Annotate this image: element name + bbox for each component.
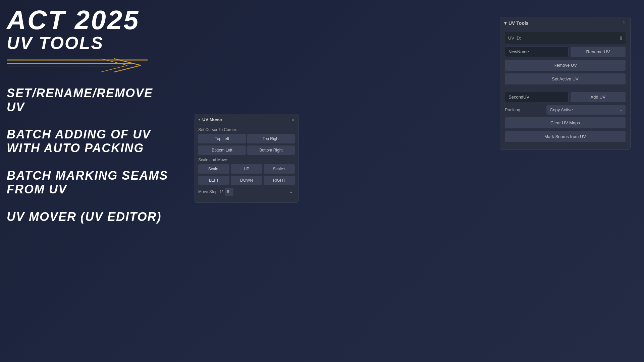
clear-uv-maps-button[interactable]: Clear UV Maps (505, 117, 626, 128)
feature-uv-mover: UV MOVER (UV EDITOR) (7, 210, 174, 224)
uv-tools-title: UV Tools (508, 20, 529, 26)
move-step-row: Move Step 1/ 2 4 8 16 32 64 (198, 188, 295, 196)
divider-1 (505, 87, 626, 89)
uv-mover-title: UV Mover (202, 117, 222, 122)
move-row: LEFT DOWN RIGHT (198, 176, 295, 185)
scale-minus-button[interactable]: Scale- (198, 164, 229, 174)
uv-mover-body: Set Cursor To Corner: Top Left Top Right… (195, 125, 298, 198)
top-right-button[interactable]: Top Right (247, 134, 295, 143)
add-uv-row: Add UV (505, 92, 626, 102)
set-active-uv-button[interactable]: Set Active UV (505, 73, 626, 84)
bottom-left-button[interactable]: Bottom Left (198, 145, 246, 155)
remove-uv-button[interactable]: Remove UV (505, 60, 626, 71)
uv-mover-drag-handle[interactable]: ⠿ (291, 117, 295, 122)
rename-row: Rename UV (505, 47, 626, 57)
scale-row: Scale- UP Scale+ (198, 164, 295, 174)
packing-select[interactable]: Copy Active None UVPackmaster Blender (546, 105, 626, 115)
uv-mover-panel-title-group: ▾ UV Mover (198, 117, 222, 122)
uv-tools-body: UV ID: 0 Rename UV Remove UV Set Active … (500, 29, 630, 145)
uv-mover-panel: ▾ UV Mover ⠿ Set Cursor To Corner: Top L… (195, 114, 299, 203)
new-name-input[interactable] (505, 47, 569, 57)
second-uv-input[interactable] (505, 92, 569, 102)
scale-move-label: Scale and Move: (198, 158, 295, 162)
uv-tools-title-group: ▾ UV Tools (504, 20, 529, 26)
top-corners-row: Top Left Top Right (198, 134, 295, 143)
logo-decoration (7, 56, 168, 76)
uv-tools-panel: ▾ UV Tools ⠿ UV ID: 0 Rename UV Remove U… (500, 17, 631, 150)
bottom-corners-row: Bottom Left Bottom Right (198, 145, 295, 155)
mark-seams-button[interactable]: Mark Seams from UV (505, 131, 626, 142)
uv-mover-chevron-icon: ▾ (198, 117, 200, 122)
left-button[interactable]: LEFT (198, 176, 229, 185)
scale-plus-button[interactable]: Scale+ (264, 164, 295, 174)
packing-row: Packing: Copy Active None UVPackmaster B… (505, 105, 626, 115)
right-button[interactable]: RIGHT (264, 176, 295, 185)
uv-id-label: UV ID: (508, 36, 620, 41)
down-button[interactable]: DOWN (231, 176, 262, 185)
move-step-select-wrapper: 2 4 8 16 32 64 (225, 188, 295, 196)
packing-select-wrapper: Copy Active None UVPackmaster Blender (546, 105, 626, 115)
packing-label: Packing: (505, 107, 544, 112)
app-subtitle: UV TOOLS (7, 34, 174, 53)
move-step-fraction: 1/ (219, 189, 223, 194)
feature-batch-seams: BATCH MARKING SEAMSFROM UV (7, 169, 174, 196)
bottom-right-button[interactable]: Bottom Right (247, 145, 295, 155)
add-uv-button[interactable]: Add UV (571, 92, 626, 102)
feature-set-rename: SET/RENAME/REMOVE UV (7, 86, 174, 114)
uv-tools-drag-handle[interactable]: ⠿ (623, 21, 626, 25)
up-button[interactable]: UP (231, 164, 262, 174)
uv-id-value: 0 (620, 36, 622, 41)
uv-tools-chevron-icon: ▾ (504, 20, 506, 26)
move-step-label: Move Step (198, 189, 217, 194)
uv-id-row: UV ID: 0 (505, 32, 626, 44)
move-step-select[interactable]: 2 4 8 16 32 64 (225, 188, 233, 196)
feature-batch-adding: BATCH ADDING OF UVWITH AUTO PACKING (7, 127, 174, 155)
hero-section: ACT 2025 UV TOOLS SET/RENAME/REMOVE UV B… (7, 7, 174, 237)
uv-tools-panel-header[interactable]: ▾ UV Tools ⠿ (500, 17, 630, 29)
set-cursor-label: Set Cursor To Corner: (198, 127, 295, 132)
rename-uv-button[interactable]: Rename UV (571, 47, 626, 57)
top-left-button[interactable]: Top Left (198, 134, 246, 143)
uv-mover-panel-header[interactable]: ▾ UV Mover ⠿ (195, 114, 298, 125)
app-title: ACT 2025 (7, 7, 174, 34)
